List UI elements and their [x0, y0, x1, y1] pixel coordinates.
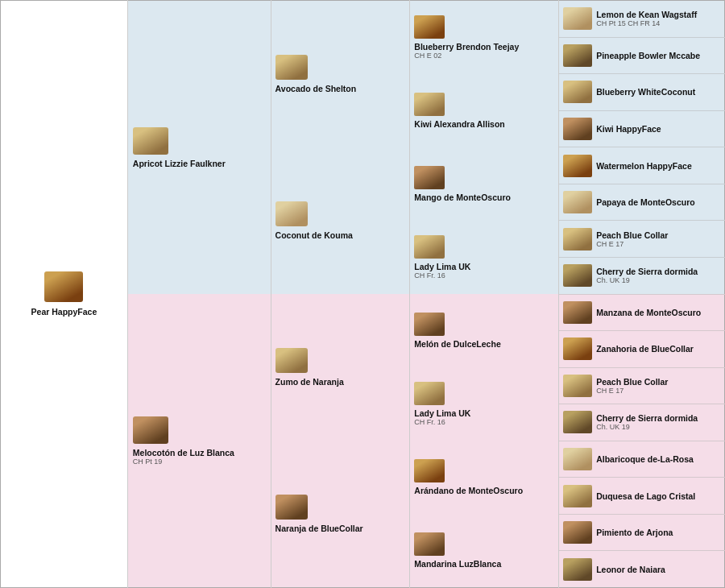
gen4-h2-cell: Leonor de Naiara [559, 551, 725, 588]
gen3-h-name: Mandarina LuzBlanca [414, 559, 501, 569]
pedigree-table: Pear HappyFace Apricot Lizzie Faulkner A… [0, 0, 725, 588]
gen3-g-thumb [414, 459, 445, 482]
gen3-b-cell: Kiwi Alexandra Allison [410, 74, 559, 147]
gen1-bottom-name: Melocotón de Luz Blanca [133, 448, 234, 458]
gen2-b-name: Coconut de Kouma [276, 230, 353, 240]
gen4-f1-cell: Peach Blue Collar CH E 17 [559, 367, 725, 404]
gen3-f-sub: CH Fr. 16 [414, 418, 470, 426]
gen4-g2-thumb [563, 485, 592, 507]
gen0-name: Pear HappyFace [31, 307, 97, 317]
gen3-e-name: Melón de DulceLeche [414, 339, 500, 349]
gen4-d1-name: Peach Blue Collar [596, 230, 668, 240]
gen4-b1-cell: Blueberry WhiteCoconut [559, 74, 725, 111]
gen1-top-thumb [133, 127, 168, 155]
gen3-a-name: Blueberry Brendon Teejay [414, 42, 519, 52]
gen4-h1-thumb [563, 521, 592, 544]
gen4-g1-thumb [563, 448, 592, 470]
gen3-g-name: Arándano de MonteOscuro [414, 486, 523, 495]
gen2-d-name: Naranja de BlueCollar [276, 524, 363, 533]
gen2-a-cell: Avocado de Shelton [271, 1, 410, 147]
gen2-c-thumb [276, 348, 308, 373]
gen4-g1-name: Albaricoque de-La-Rosa [596, 454, 694, 464]
gen3-a-thumb [414, 15, 445, 39]
gen4-d2-sub: Ch. UK 19 [596, 276, 698, 284]
gen4-c2-cell: Papaya de MonteOscuro [559, 184, 725, 221]
gen1-bottom-sub: CH Pt 19 [133, 458, 234, 466]
gen4-d2-cell: Cherry de Sierra dormida Ch. UK 19 [559, 257, 725, 294]
gen4-b2-thumb [563, 118, 592, 140]
gen3-b-name: Kiwi Alexandra Allison [414, 119, 504, 129]
gen2-c-name: Zumo de Naranja [276, 377, 344, 387]
gen4-d1-cell: Peach Blue Collar CH E 17 [559, 221, 725, 258]
gen4-d2-thumb [563, 264, 592, 287]
gen4-d2-name: Cherry de Sierra dormida [596, 267, 698, 276]
gen4-a1-thumb [563, 7, 592, 30]
gen3-f-thumb [414, 382, 445, 405]
gen3-b-thumb [414, 93, 445, 116]
gen4-e1-cell: Manzana de MonteOscuro [559, 294, 725, 331]
gen0-thumb [44, 271, 83, 302]
gen3-h-thumb [414, 532, 445, 556]
gen4-f2-thumb [563, 411, 592, 433]
gen4-b2-name: Kiwi HappyFace [596, 124, 661, 134]
gen3-g-cell: Arándano de MonteOscuro [410, 441, 559, 514]
gen4-h2-thumb [563, 558, 592, 581]
gen2-d-thumb [276, 495, 308, 520]
gen2-c-cell: Zumo de Naranja [271, 294, 410, 441]
gen2-b-thumb [276, 201, 308, 226]
gen4-c1-name: Watermelon HappyFace [596, 161, 692, 171]
gen2-a-name: Avocado de Shelton [276, 84, 357, 93]
gen4-f1-thumb [563, 375, 592, 397]
gen1-top-cell: Apricot Lizzie Faulkner [127, 1, 271, 295]
gen1-bottom-thumb [133, 416, 168, 444]
gen4-c1-thumb [563, 155, 592, 177]
gen4-d1-thumb [563, 228, 592, 251]
gen4-e1-name: Manzana de MonteOscuro [596, 308, 701, 317]
gen4-h1-cell: Pimiento de Arjona [559, 514, 725, 551]
gen4-e2-name: Zanahoria de BlueCollar [596, 344, 694, 354]
gen4-f1-sub: CH E 17 [596, 387, 668, 395]
gen3-h-cell: Mandarina LuzBlanca [410, 514, 559, 587]
gen4-b2-cell: Kiwi HappyFace [559, 110, 725, 147]
gen0-cell: Pear HappyFace [1, 1, 128, 588]
gen4-b1-thumb [563, 81, 592, 103]
gen4-f2-sub: Ch. UK 19 [596, 423, 698, 431]
gen2-a-thumb [276, 55, 308, 80]
gen3-d-sub: CH Fr. 16 [414, 271, 470, 280]
gen4-a2-cell: Pineapple Bowler Mccabe [559, 37, 725, 74]
gen4-c2-thumb [563, 191, 592, 213]
gen3-e-cell: Melón de DulceLeche [410, 294, 559, 367]
gen2-b-cell: Coconut de Kouma [271, 147, 410, 294]
gen4-a2-thumb [563, 44, 592, 67]
gen4-c2-name: Papaya de MonteOscuro [596, 197, 695, 207]
gen4-e1-thumb [563, 301, 592, 324]
gen4-b1-name: Blueberry WhiteCoconut [596, 87, 695, 97]
gen3-f-cell: Lady Lima UK CH Fr. 16 [410, 367, 559, 441]
gen3-f-name: Lady Lima UK [414, 408, 470, 418]
gen1-bottom-cell: Melocotón de Luz Blanca CH Pt 19 [127, 294, 271, 588]
gen3-c-name: Mango de MonteOscuro [414, 193, 511, 202]
gen1-top-name: Apricot Lizzie Faulkner [133, 159, 226, 168]
gen3-d-thumb [414, 235, 445, 259]
gen4-g1-cell: Albaricoque de-La-Rosa [559, 441, 725, 478]
gen4-a1-name: Lemon de Kean Wagstaff [596, 10, 697, 19]
gen3-e-thumb [414, 313, 445, 336]
gen3-c-thumb [414, 166, 445, 189]
gen4-f2-name: Cherry de Sierra dormida [596, 413, 698, 423]
gen3-a-cell: Blueberry Brendon Teejay CH E 02 [410, 1, 559, 74]
gen4-a1-cell: Lemon de Kean Wagstaff CH Pt 15 CH FR 14 [559, 1, 725, 38]
gen4-a2-name: Pineapple Bowler Mccabe [596, 51, 700, 60]
gen3-d-cell: Lady Lima UK CH Fr. 16 [410, 221, 559, 294]
gen4-c1-cell: Watermelon HappyFace [559, 147, 725, 184]
gen4-h2-name: Leonor de Naiara [596, 565, 665, 574]
gen3-d-name: Lady Lima UK [414, 262, 470, 271]
gen3-c-cell: Mango de MonteOscuro [410, 147, 559, 221]
gen4-g2-name: Duquesa de Lago Cristal [596, 491, 695, 501]
gen4-h1-name: Pimiento de Arjona [596, 528, 673, 537]
gen4-a1-sub: CH Pt 15 CH FR 14 [596, 19, 697, 27]
gen4-e2-cell: Zanahoria de BlueCollar [559, 331, 725, 368]
gen2-d-cell: Naranja de BlueCollar [271, 441, 410, 587]
gen3-a-sub: CH E 02 [414, 52, 519, 60]
gen4-g2-cell: Duquesa de Lago Cristal [559, 478, 725, 515]
gen4-f1-name: Peach Blue Collar [596, 377, 668, 387]
